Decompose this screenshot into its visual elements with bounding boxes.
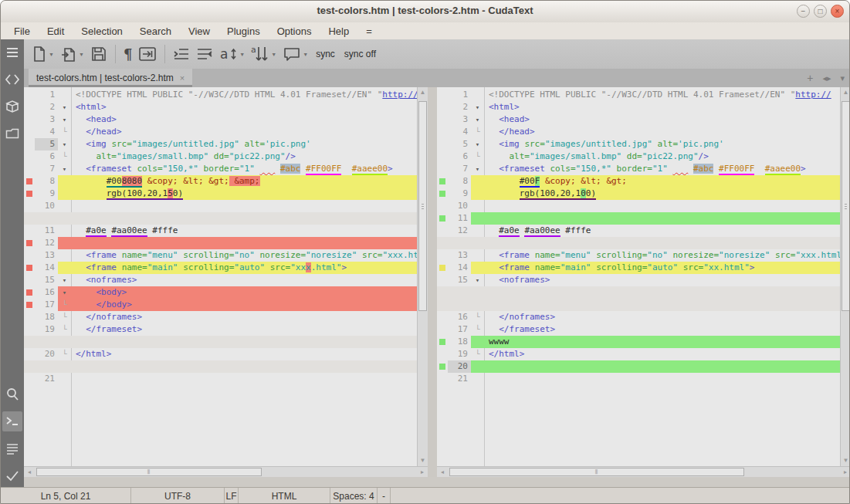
code-text[interactable]: #a0e #aa00ee #fffe <box>58 225 417 237</box>
code-icon[interactable] <box>2 69 22 90</box>
code-text[interactable]: ▾<html> <box>471 101 840 113</box>
fold-marker[interactable]: ▾ <box>471 138 484 151</box>
status-encoding[interactable]: UTF-8 <box>131 488 225 504</box>
scroll-down-icon[interactable]: ▼ <box>418 455 428 466</box>
scroll-left-icon[interactable]: ◂ <box>24 467 35 477</box>
unindent-button[interactable] <box>194 46 215 63</box>
fold-marker[interactable]: └ <box>471 311 484 323</box>
add-tab-icon[interactable]: + <box>807 72 813 84</box>
fold-marker[interactable]: └ <box>471 323 484 336</box>
code-text[interactable] <box>471 212 840 225</box>
code-text[interactable]: ▾ <head> <box>471 113 840 126</box>
code-text[interactable]: └ alt="images/small.bmp" dd="pic22.png"/… <box>58 151 417 163</box>
status-caret-position[interactable]: Ln 5, Col 21 <box>1 488 131 504</box>
scroll-right-icon[interactable]: ▸ <box>840 467 850 477</box>
scroll-down-icon[interactable]: ▼ <box>841 455 850 466</box>
menu-edit[interactable]: Edit <box>40 24 71 39</box>
show-invisibles-button[interactable]: ¶ <box>121 45 134 64</box>
code-text[interactable]: ▾ <frameset cols="150,*" border="1" #abc… <box>471 163 840 175</box>
fold-marker[interactable]: └ <box>471 348 484 360</box>
code-text[interactable] <box>471 200 840 212</box>
search-icon[interactable] <box>2 384 22 404</box>
code-text[interactable] <box>58 200 417 212</box>
code-text[interactable]: ▾ <body> <box>58 286 417 299</box>
code-text[interactable] <box>471 237 840 249</box>
code-text[interactable] <box>471 286 840 299</box>
menu-options[interactable]: Options <box>270 24 319 39</box>
code-text[interactable] <box>58 237 417 249</box>
status-line-endings[interactable]: LF <box>225 488 239 504</box>
code-text[interactable] <box>471 299 840 311</box>
code-text[interactable]: <frame name="menu" scrolling="no" noresi… <box>58 249 417 262</box>
terminal-icon[interactable] <box>2 411 22 431</box>
code-text[interactable]: rgb(100,20,150) <box>58 188 417 200</box>
fold-marker[interactable]: ▾ <box>58 286 71 299</box>
close-tab-icon[interactable]: × <box>180 73 185 83</box>
code-text[interactable]: <frame name="menu" scrolling="no" noresi… <box>471 249 840 262</box>
fold-marker[interactable]: └ <box>58 311 71 323</box>
fold-marker[interactable]: └ <box>58 323 71 336</box>
code-text[interactable]: └ alt="images/small.bmp" dd="pic22.png"/… <box>471 151 840 163</box>
menu-file[interactable]: File <box>7 24 37 39</box>
scroll-tabs-icon[interactable]: ◂▸ <box>822 73 831 83</box>
save-button[interactable] <box>88 44 110 64</box>
minimize-button[interactable]: − <box>797 5 810 18</box>
horizontal-scrollbar-right[interactable]: ◂ ⦀ ▸ <box>437 466 850 477</box>
code-text[interactable]: ▾ <noframes> <box>471 274 840 286</box>
fold-marker[interactable]: ▾ <box>58 163 71 175</box>
fold-marker[interactable]: └ <box>58 126 71 138</box>
code-text[interactable]: └ </noframes> <box>58 311 417 323</box>
code-text[interactable]: └</html> <box>471 348 840 360</box>
vertical-scrollbar-left[interactable]: ▲ ▼ <box>417 87 428 466</box>
editor-pane-right[interactable]: 1<!DOCTYPE HTML PUBLIC "-//W3C//DTD HTML… <box>437 87 850 466</box>
code-text[interactable]: <!DOCTYPE HTML PUBLIC "-//W3C//DTD HTML … <box>471 89 840 101</box>
code-text[interactable]: #008080 &copy; &lt; &gt; &amp; <box>58 175 417 188</box>
list-icon[interactable] <box>2 438 22 458</box>
scrollbar-thumb[interactable] <box>842 101 850 311</box>
fold-marker[interactable]: ▾ <box>58 274 71 286</box>
code-text[interactable] <box>471 373 840 385</box>
code-text[interactable] <box>58 212 417 225</box>
fold-marker[interactable]: └ <box>471 151 484 163</box>
code-text[interactable]: └</html> <box>58 348 417 360</box>
fold-marker[interactable]: ▾ <box>58 113 71 126</box>
code-text[interactable]: <!DOCTYPE HTML PUBLIC "-//W3C//DTD HTML … <box>58 89 417 101</box>
menu-help[interactable]: Help <box>321 24 356 39</box>
status-lexer[interactable]: HTML <box>239 488 330 504</box>
menu-search[interactable]: Search <box>133 24 178 39</box>
code-text[interactable]: ▾ <head> <box>58 113 417 126</box>
code-text[interactable]: #a0e #aa00ee #fffe <box>471 225 840 237</box>
menu-equals[interactable]: = <box>359 24 379 39</box>
fold-marker[interactable]: ▾ <box>471 163 484 175</box>
scrollbar-thumb[interactable] <box>418 101 427 311</box>
code-text[interactable] <box>58 373 417 385</box>
code-text[interactable]: └ </body> <box>58 299 417 311</box>
menu-selection[interactable]: Selection <box>74 24 129 39</box>
vertical-scrollbar-right[interactable]: ▲ ▼ <box>840 87 850 466</box>
code-text[interactable] <box>58 360 417 373</box>
code-text[interactable]: └ </head> <box>471 126 840 138</box>
tab-key-button[interactable] <box>136 45 159 63</box>
fold-marker[interactable]: └ <box>471 126 484 138</box>
open-file-button[interactable]: ▼ <box>58 44 86 64</box>
code-text[interactable]: <frame name="main" scrolling="auto" src=… <box>58 262 417 274</box>
code-text[interactable]: └ </frameset> <box>471 323 840 336</box>
fold-marker[interactable]: ▾ <box>58 138 71 151</box>
code-text[interactable]: wwww <box>471 336 840 348</box>
code-text[interactable]: ▾ <img src="images/untitled.jpg" alt='pi… <box>58 138 417 151</box>
fold-marker[interactable]: ▾ <box>471 113 484 126</box>
tab-menu-icon[interactable]: ▾ <box>840 73 845 83</box>
scrollbar-thumb[interactable]: ⦀ <box>449 468 744 476</box>
sync-off-button[interactable]: sync off <box>344 49 376 59</box>
menu-view[interactable]: View <box>181 24 217 39</box>
sync-button[interactable]: sync <box>316 49 335 59</box>
editor-pane-left[interactable]: 1<!DOCTYPE HTML PUBLIC "-//W3C//DTD HTML… <box>24 87 428 466</box>
close-button[interactable]: × <box>831 5 844 18</box>
code-text[interactable]: rgb(100,20,100) <box>471 188 840 200</box>
indent-button[interactable] <box>171 46 192 63</box>
maximize-button[interactable]: □ <box>814 5 827 18</box>
scroll-left-icon[interactable]: ◂ <box>437 467 448 477</box>
tab-active[interactable]: test-colors.htm | test-colors-2.htm × <box>29 69 192 87</box>
fold-marker[interactable]: ▾ <box>471 101 484 113</box>
code-text[interactable]: ▾<html> <box>58 101 417 113</box>
